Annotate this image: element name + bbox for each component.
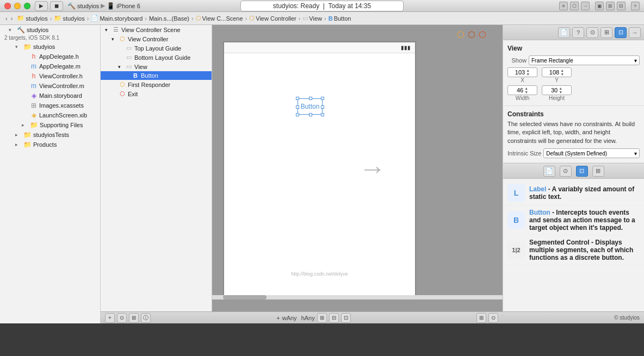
y-down[interactable]: ▼ — [560, 72, 564, 76]
nav-appdelegate-h[interactable]: h AppDelegate.h — [0, 52, 100, 61]
x-input[interactable]: 103 ▲ ▼ — [507, 67, 537, 77]
add-tab[interactable]: + — [631, 2, 640, 10]
object-label[interactable]: L Label - A variably sized amount of sta… — [503, 181, 644, 205]
connections-inspector-tab[interactable]: → — [629, 27, 641, 38]
bc-main-storyboard[interactable]: Main.storyboard — [100, 15, 143, 22]
identity-inspector-tab[interactable]: ⊙ — [586, 27, 598, 38]
show-select[interactable]: Frame Rectangle ▾ — [529, 55, 640, 65]
layout-auto-btn[interactable]: ⊡ — [341, 313, 351, 323]
layout-constraint-btn[interactable]: ⊟ — [329, 313, 339, 323]
lib-tab-media[interactable]: ⊞ — [592, 166, 604, 177]
x-down[interactable]: ▼ — [526, 72, 530, 76]
x-steppers: ▲ ▼ — [526, 68, 530, 76]
fullscreen-button[interactable] — [24, 3, 30, 9]
scene-view-controller[interactable]: ▾ ⬡ View Controller — [101, 34, 212, 43]
zoom-fit-btn[interactable]: ⊞ — [476, 313, 486, 323]
resize-handle-br[interactable] — [321, 113, 324, 116]
debug-toggle[interactable]: ⬡ — [570, 2, 579, 10]
resize-handle-mr[interactable] — [321, 105, 324, 109]
nav-images-xcassets[interactable]: ⊞ Images.xcassets — [0, 101, 100, 110]
y-up[interactable]: ▲ — [560, 68, 564, 72]
button-widget[interactable]: Button — [298, 98, 323, 115]
bc-viewc-scene[interactable]: View C...Scene — [202, 15, 243, 22]
storyboard-icon: ◈ — [30, 92, 38, 99]
resize-handle-bl[interactable] — [296, 113, 299, 116]
bc-button[interactable]: Button — [334, 15, 351, 22]
bc-studyios-root[interactable]: studyios — [26, 15, 47, 22]
nav-viewcontroller-h[interactable]: h ViewController.h — [0, 71, 100, 81]
lib-tab-file[interactable]: 📄 — [543, 166, 555, 177]
scene-top-layout[interactable]: ▭ Top Layout Guide — [101, 43, 212, 53]
close-button[interactable] — [4, 3, 11, 9]
resize-handle-ml[interactable] — [296, 105, 299, 109]
x-value: 103 — [515, 69, 525, 76]
lib-tab-object[interactable]: ⊙ — [560, 166, 572, 177]
clock-btn[interactable]: ⊙ — [117, 313, 127, 323]
hscrollbar-thumb[interactable] — [223, 295, 267, 299]
scene-view-controller-scene[interactable]: ▾ ☰ View Controller Scene — [101, 25, 212, 34]
w-down[interactable]: ▼ — [524, 90, 528, 94]
layout-resize-btn[interactable]: ⊞ — [317, 313, 327, 323]
breadcrumb: ‹ › 📁 studyios › 📁 studyios › 📄 Main.sto… — [0, 12, 644, 25]
nav-launchscreen-xib[interactable]: ◈ LaunchScreen.xib — [0, 110, 100, 120]
intrinsic-chevron: ▾ — [634, 151, 637, 157]
grid-btn[interactable]: ⊞ — [129, 313, 139, 323]
nav-back[interactable]: ‹ — [4, 15, 9, 22]
resize-handle-tr[interactable] — [321, 97, 324, 100]
stop-button[interactable]: ◼ — [50, 1, 63, 11]
bc-view-controller[interactable]: View Controller — [256, 15, 296, 22]
version-editor[interactable]: ⊟ — [617, 2, 626, 10]
w-up[interactable]: ▲ — [524, 86, 528, 90]
bc-studyios-group[interactable]: studyios — [63, 15, 84, 22]
resize-handle-bc[interactable] — [309, 113, 312, 116]
resize-handle-tc[interactable] — [309, 97, 312, 100]
bc-view[interactable]: View — [309, 15, 322, 22]
scene-view[interactable]: ▾ ▭ View — [101, 62, 212, 71]
object-button[interactable]: B Button - Intercepts touch events and s… — [503, 205, 644, 235]
bc-main-base[interactable]: Main.s...(Base) — [149, 15, 189, 22]
nav-products-group[interactable]: 📁 Products — [0, 140, 100, 149]
nav-appdelegate-m[interactable]: m AppDelegate.m — [0, 61, 100, 71]
run-button[interactable]: ▶ — [35, 1, 48, 11]
file-inspector-tab[interactable]: 📄 — [558, 27, 570, 38]
lib-tab-ui[interactable]: ⊡ — [576, 166, 588, 177]
width-input[interactable]: 46 ▲ ▼ — [507, 85, 537, 95]
scene-button[interactable]: B Button — [101, 71, 212, 80]
object-segmented[interactable]: 1|2 Segmented Control - Displays multipl… — [503, 235, 644, 265]
resize-handle-tl[interactable] — [296, 97, 299, 100]
scene-first-responder[interactable]: ⬡ First Responder — [101, 80, 212, 89]
size-inspector-tab[interactable]: ⊡ — [615, 27, 627, 38]
canvas-status-icons: ⬡ ⬡ ⬡ — [457, 29, 486, 40]
nav-panel-toggle[interactable]: ≡ — [559, 2, 568, 10]
label-obj-text: Label - A variably sized amount of stati… — [529, 185, 640, 201]
scene-exit[interactable]: ⬡ Exit — [101, 89, 212, 98]
zoom-actual-btn[interactable]: ⊙ — [488, 313, 498, 323]
storyboard-hscrollbar[interactable] — [212, 295, 503, 299]
nav-forward[interactable]: › — [10, 15, 14, 22]
minimize-button[interactable] — [14, 3, 21, 9]
nav-viewcontroller-m[interactable]: m ViewController.m — [0, 81, 100, 91]
scene-bottom-layout[interactable]: ▭ Bottom Layout Guide — [101, 53, 212, 62]
add-constraint-btn[interactable]: + — [105, 313, 115, 323]
width-value: 46 — [517, 87, 523, 93]
add-object-btn[interactable]: + — [276, 315, 280, 321]
x-up[interactable]: ▲ — [526, 68, 530, 72]
help-inspector-tab[interactable]: ? — [572, 27, 584, 38]
nav-root-studyios[interactable]: 🔨 studyios — [0, 25, 100, 35]
nav-supporting-files[interactable]: 📁 Supporting Files — [0, 120, 100, 130]
height-input[interactable]: 30 ▲ ▼ — [542, 85, 572, 95]
y-input[interactable]: 108 ▲ ▼ — [542, 67, 572, 77]
canvas-area: ⬡ ⬡ ⬡ ▮▮▮ — [212, 25, 503, 311]
info-btn[interactable]: ⓘ — [141, 313, 151, 323]
assistant-editor[interactable]: ⊞ — [606, 2, 615, 10]
h-up[interactable]: ▲ — [559, 86, 562, 90]
attributes-inspector-tab[interactable]: ⊞ — [600, 27, 612, 38]
button-container[interactable]: Button — [298, 98, 323, 115]
intrinsic-select[interactable]: Default (System Defined) ▾ — [543, 148, 640, 158]
nav-group-studyios[interactable]: 📁 studyios — [0, 42, 100, 52]
nav-main-storyboard[interactable]: ◈ Main.storyboard — [0, 91, 100, 101]
nav-tests-group[interactable]: 📁 studyiosTests — [0, 130, 100, 140]
utility-toggle[interactable]: → — [581, 2, 590, 10]
h-down[interactable]: ▼ — [559, 90, 562, 94]
standard-editor[interactable]: ▣ — [595, 2, 604, 10]
